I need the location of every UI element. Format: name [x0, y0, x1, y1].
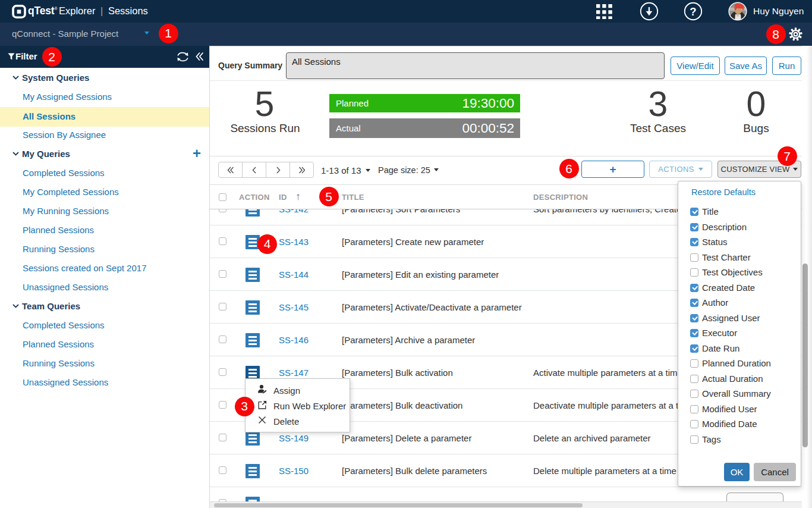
svg-text:?: ? [690, 5, 696, 18]
